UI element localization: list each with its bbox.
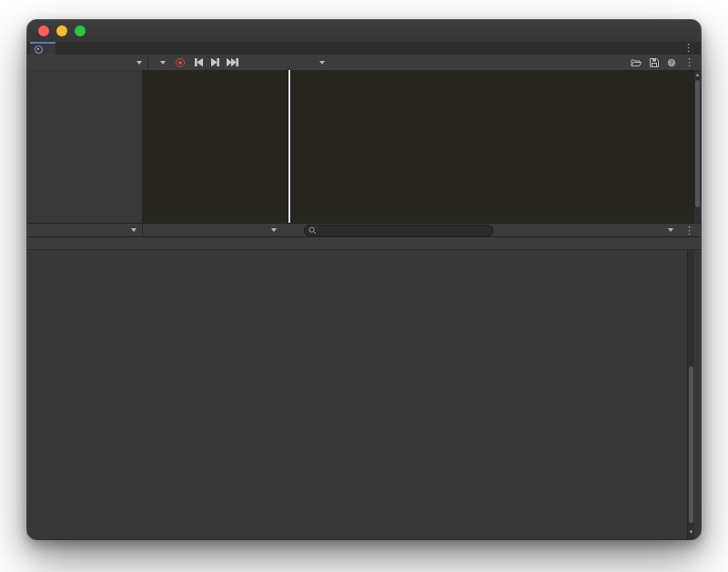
main-toolbar: ? ⋮ bbox=[27, 55, 701, 71]
table-header bbox=[27, 237, 701, 250]
window-title bbox=[27, 20, 701, 42]
prev-frame-button[interactable] bbox=[194, 58, 204, 66]
chart-scrollbar[interactable]: ▲ bbox=[693, 70, 701, 223]
scroll-up-icon[interactable]: ▲ bbox=[694, 71, 701, 78]
chevron-down-icon bbox=[271, 228, 277, 232]
table-scrollbar-thumb[interactable] bbox=[689, 366, 693, 523]
save-profile-button[interactable] bbox=[650, 58, 659, 67]
hierarchy-menu-kebab-icon[interactable]: ⋮ bbox=[684, 225, 694, 236]
search-input[interactable] bbox=[304, 225, 493, 236]
tab-profiler[interactable] bbox=[30, 42, 56, 55]
call-stacks-dropdown[interactable] bbox=[315, 61, 325, 65]
tab-menu-kebab-icon[interactable]: ⋮ bbox=[683, 42, 693, 54]
profiler-window: ⋮ ? ⋮ bbox=[27, 20, 701, 539]
chevron-down-icon bbox=[160, 61, 166, 65]
chart-pane[interactable]: ▲ bbox=[143, 70, 701, 223]
record-button[interactable] bbox=[174, 57, 187, 68]
svg-text:?: ? bbox=[670, 59, 672, 66]
table-scrollbar[interactable]: ▼ bbox=[687, 250, 694, 539]
search-icon bbox=[308, 226, 317, 235]
profiler-modules-dropdown[interactable] bbox=[27, 55, 148, 70]
record-icon bbox=[176, 58, 185, 67]
load-profile-button[interactable] bbox=[631, 58, 642, 67]
table-body bbox=[27, 250, 701, 539]
next-frame-button[interactable] bbox=[210, 58, 220, 66]
chart-scrollbar-thumb[interactable] bbox=[695, 80, 700, 207]
titlebar[interactable] bbox=[27, 20, 701, 43]
scroll-down-icon[interactable]: ▼ bbox=[688, 528, 694, 536]
toolbar-menu-kebab-icon[interactable]: ⋮ bbox=[684, 56, 694, 68]
cpu-usage-chart[interactable] bbox=[143, 70, 693, 181]
profiler-modules-panel bbox=[27, 70, 143, 223]
details-dropdown[interactable] bbox=[588, 228, 677, 232]
playmode-dropdown[interactable] bbox=[156, 61, 166, 65]
profiler-tab-icon bbox=[35, 45, 43, 54]
rendering-chart[interactable] bbox=[143, 181, 693, 223]
frame-marker-line[interactable] bbox=[288, 70, 290, 223]
tab-strip: ⋮ bbox=[27, 42, 701, 55]
view-mode-dropdown[interactable] bbox=[27, 224, 143, 236]
chevron-down-icon bbox=[136, 61, 142, 65]
chevron-down-icon bbox=[319, 61, 325, 65]
thread-dropdown[interactable] bbox=[157, 228, 277, 232]
last-frame-button[interactable] bbox=[227, 58, 239, 66]
help-icon[interactable]: ? bbox=[667, 58, 676, 67]
chevron-down-icon bbox=[131, 228, 136, 232]
chevron-down-icon bbox=[668, 228, 673, 232]
hierarchy-toolbar: ⋮ bbox=[27, 223, 701, 237]
